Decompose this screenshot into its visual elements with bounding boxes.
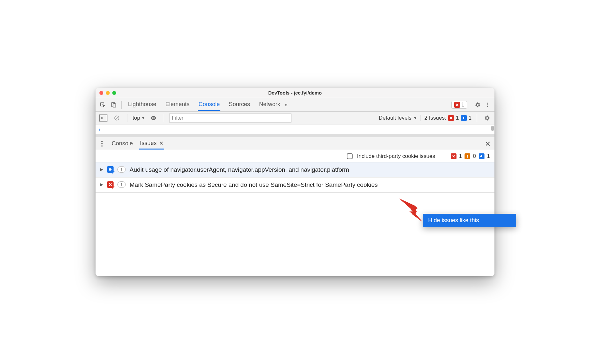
execution-context-selector[interactable]: top ▼ <box>133 115 145 121</box>
issue-kind-info-icon <box>107 166 114 173</box>
devtools-window: DevTools - jec.fyi/demo Lighthouse Eleme… <box>96 88 494 276</box>
svg-point-4 <box>487 104 488 105</box>
disclosure-triangle-icon[interactable]: ▶ <box>100 181 103 187</box>
svg-rect-15 <box>481 157 482 157</box>
tab-lighthouse[interactable]: Lighthouse <box>127 98 157 111</box>
window-zoom-button[interactable] <box>112 91 116 95</box>
warning-count: 0 <box>473 153 476 159</box>
issue-text: Audit usage of navigator.userAgent, navi… <box>130 166 490 174</box>
svg-marker-19 <box>399 199 422 221</box>
drawer-close-icon[interactable]: ✕ <box>485 140 491 148</box>
svg-rect-9 <box>463 117 464 118</box>
warning-icon <box>465 153 470 159</box>
issue-count-pill: 1 <box>117 181 126 188</box>
drawer-tabs: Console Issues ✕ ✕ <box>96 137 494 150</box>
console-prompt[interactable]: › <box>96 124 494 134</box>
error-icon <box>448 115 454 121</box>
issue-kind-error-icon <box>107 181 114 188</box>
drawer-tab-issues[interactable]: Issues ✕ <box>139 138 164 150</box>
drawer-more-icon[interactable] <box>99 141 105 147</box>
svg-rect-16 <box>109 169 111 170</box>
svg-rect-12 <box>467 157 468 158</box>
titlebar: DevTools - jec.fyi/demo <box>96 88 494 98</box>
annotation-arrow-icon <box>396 197 425 224</box>
drawer-tab-label: Console <box>112 140 133 147</box>
error-badge-count: 1 <box>461 102 464 108</box>
log-levels-selector[interactable]: Default levels ▼ <box>379 115 417 121</box>
tab-sources[interactable]: Sources <box>228 98 251 111</box>
divider <box>477 114 477 122</box>
svg-rect-11 <box>467 155 468 157</box>
issues-label: 2 Issues: <box>424 115 446 121</box>
svg-rect-8 <box>463 118 465 118</box>
divider <box>121 101 122 109</box>
drawer-tab-label: Issues <box>140 140 157 147</box>
svg-point-3 <box>487 103 488 104</box>
error-count-pill[interactable]: 1 <box>451 101 467 109</box>
issue-text: Mark SameParty cookies as Secure and do … <box>130 181 490 189</box>
traffic-lights <box>96 91 116 95</box>
svg-rect-10 <box>463 118 464 119</box>
error-badge-icon <box>454 102 460 108</box>
tab-network[interactable]: Network <box>258 98 281 111</box>
error-icon <box>451 153 456 159</box>
inspect-element-icon[interactable] <box>97 100 108 109</box>
svg-point-7 <box>153 117 154 119</box>
tab-elements[interactable]: Elements <box>165 98 190 111</box>
settings-gear-icon[interactable] <box>473 102 482 108</box>
thirdparty-checkbox[interactable] <box>347 153 353 159</box>
main-tabs-bar: Lighthouse Elements Console Sources Netw… <box>96 98 494 112</box>
svg-rect-17 <box>109 168 111 169</box>
issues-info-count: 1 <box>469 115 472 121</box>
issue-count-pill: 1 <box>117 166 126 173</box>
dropdown-triangle-icon: ▼ <box>413 116 417 120</box>
more-tabs-button[interactable]: » <box>281 102 291 108</box>
context-menu: Hide issues like this <box>423 214 516 227</box>
issue-row[interactable]: ▶ 1 Mark SameParty cookies as Secure and… <box>96 177 494 193</box>
device-toolbar-icon[interactable] <box>108 100 119 109</box>
window-minimize-button[interactable] <box>106 91 110 95</box>
issues-summary[interactable]: 2 Issues: 1 1 <box>420 115 472 121</box>
drawer: Console Issues ✕ ✕ Include third-party c… <box>96 134 494 276</box>
issue-row[interactable]: ▶ 1 Audit usage of navigator.userAgent, … <box>96 162 494 177</box>
info-count: 1 <box>487 153 490 159</box>
console-sidebar-toggle-icon[interactable] <box>98 114 108 123</box>
tab-console[interactable]: Console <box>198 98 220 111</box>
blank-area <box>96 193 494 276</box>
divider <box>127 114 127 122</box>
svg-rect-2 <box>113 104 116 107</box>
clear-console-icon[interactable] <box>112 114 122 123</box>
svg-point-5 <box>487 106 488 107</box>
info-icon <box>461 115 467 121</box>
svg-rect-14 <box>481 155 482 156</box>
filter-input[interactable] <box>169 114 291 123</box>
error-count: 1 <box>459 153 462 159</box>
dropdown-triangle-icon: ▼ <box>142 116 145 120</box>
prompt-chevron-icon: › <box>99 126 100 132</box>
close-tab-icon[interactable]: ✕ <box>159 140 163 146</box>
console-settings-gear-icon[interactable] <box>482 115 492 121</box>
info-icon <box>479 153 484 159</box>
divider <box>164 114 164 122</box>
divider <box>470 101 470 109</box>
console-filter-bar: top ▼ Default levels ▼ 2 Issues: 1 1 <box>96 112 494 124</box>
window-title: DevTools - jec.fyi/demo <box>96 90 494 96</box>
issues-error-count: 1 <box>456 115 459 121</box>
disclosure-triangle-icon[interactable]: ▶ <box>100 166 103 172</box>
svg-rect-18 <box>109 170 111 171</box>
levels-label: Default levels <box>379 115 411 121</box>
context-label: top <box>133 115 140 121</box>
issue-counts: 1 0 1 <box>451 153 490 159</box>
scrollbar-thumb[interactable] <box>491 126 494 131</box>
main-tabs: Lighthouse Elements Console Sources Netw… <box>124 98 281 111</box>
context-menu-hide-issues[interactable]: Hide issues like this <box>423 214 516 227</box>
more-options-icon[interactable] <box>483 102 493 108</box>
svg-rect-13 <box>480 156 482 157</box>
thirdparty-label: Include third-party cookie issues <box>357 153 435 159</box>
drawer-tab-console[interactable]: Console <box>111 138 134 149</box>
live-expression-icon[interactable] <box>148 114 159 123</box>
window-close-button[interactable] <box>99 91 103 95</box>
issues-toolbar: Include third-party cookie issues 1 0 1 <box>96 150 494 162</box>
